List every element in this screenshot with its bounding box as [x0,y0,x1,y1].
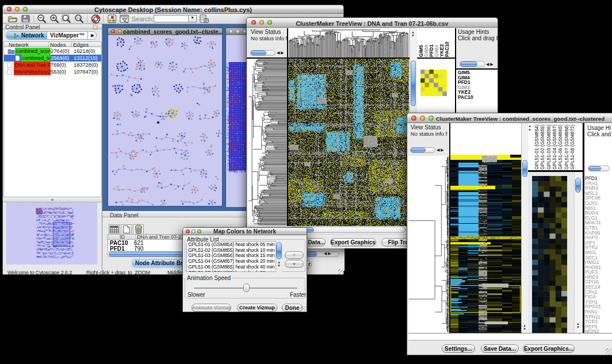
svg-text:1:1: 1:1 [76,16,81,20]
svg-text:GPL51-02 (GSM855): GPL51-02 (GSM855) [540,124,545,170]
svg-text:GPL51-03 (GSM856): GPL51-03 (GSM856) [546,124,552,170]
svg-text:GPL51-06 (GSM865): GPL51-06 (GSM865) [557,124,563,170]
svg-text:GPL51-01 (GSM854): GPL51-01 (GSM854) [534,124,540,170]
svg-text:GPL51-08 (GSM872): GPL51-08 (GSM872) [569,124,575,170]
svg-text:PAC10: PAC10 [444,41,450,57]
svg-text:GPL51-07 (GSM868): GPL51-07 (GSM868) [564,124,569,170]
svg-text:GPL51-04 (GSM857): GPL51-04 (GSM857) [552,124,557,170]
